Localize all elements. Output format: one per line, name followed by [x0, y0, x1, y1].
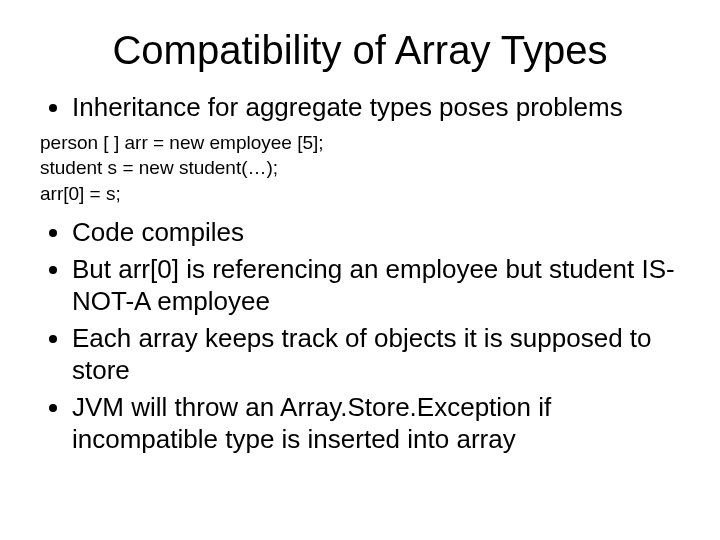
bullet-item: Code compiles [72, 216, 680, 249]
bullet-item: Inheritance for aggregate types poses pr… [72, 91, 680, 124]
code-block: person [ ] arr = new employee [5]; stude… [40, 130, 680, 207]
code-line: student s = new student(…); [40, 155, 680, 181]
bullet-list-top: Inheritance for aggregate types poses pr… [40, 91, 680, 124]
bullet-list-bottom: Code compiles But arr[0] is referencing … [40, 216, 680, 456]
slide: Compatibility of Array Types Inheritance… [0, 0, 720, 540]
bullet-item: Each array keeps track of objects it is … [72, 322, 680, 387]
code-line: person [ ] arr = new employee [5]; [40, 130, 680, 156]
slide-title: Compatibility of Array Types [40, 28, 680, 73]
bullet-item: But arr[0] is referencing an employee bu… [72, 253, 680, 318]
code-line: arr[0] = s; [40, 181, 680, 207]
bullet-item: JVM will throw an Array.Store.Exception … [72, 391, 680, 456]
